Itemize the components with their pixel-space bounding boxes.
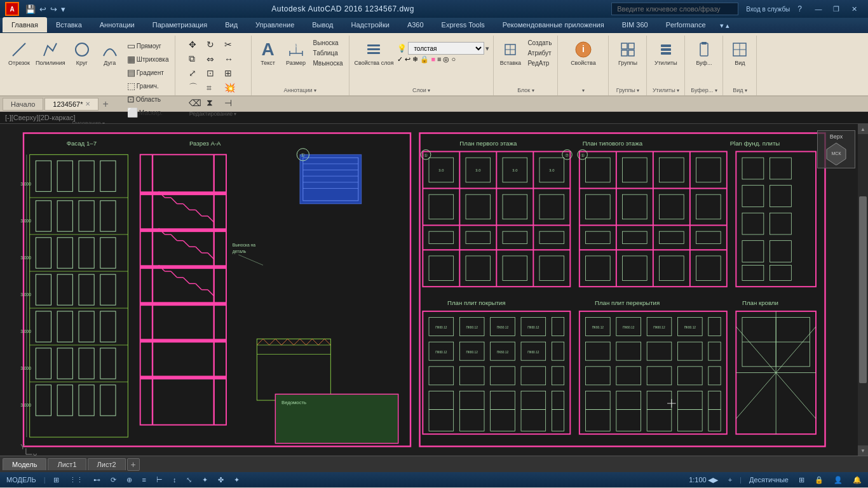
block-group-label[interactable]: Блок [517,86,534,95]
tab-output[interactable]: Вывод [303,17,342,32]
help-button[interactable]: ? [795,3,804,15]
layer-lock-icon[interactable]: 🔒 [420,55,429,64]
lineweight-button[interactable]: ⤡ [182,472,196,487]
mleader-button[interactable]: Мвыноска [311,58,345,68]
otrack-button[interactable]: ≡ [139,472,150,487]
nav-cube[interactable]: Верх МСК [817,130,855,168]
tab-performance[interactable]: Performance [657,17,715,32]
wipeout-button[interactable]: ⬜Маскир. [125,106,171,119]
annotate-group-label[interactable]: Аннотации [283,86,316,95]
layer-freeze-icon[interactable]: ❄ [412,55,418,64]
mirror-button[interactable]: ⇔ [205,52,221,65]
layer-color-icon[interactable]: ■ [431,55,435,64]
trim-button[interactable]: ✂ [222,38,239,51]
utilities-group-label[interactable]: Утилиты [653,86,679,95]
clipboard-group-label[interactable]: Буфер... [691,86,717,95]
groups-button[interactable]: Группы [615,38,641,68]
extend-button[interactable]: ↔ [222,52,239,65]
array-button[interactable]: ⊞ [222,67,239,79]
groups-group-label[interactable]: Группы [616,86,639,95]
tab-model[interactable]: Модель [3,458,46,470]
arc-button[interactable]: Дуга [97,38,123,68]
scroll-down-button[interactable]: ▼ [858,445,868,456]
edit-group-label[interactable]: Редактирование [189,109,237,119]
copy-button[interactable]: ⧉ [187,52,203,65]
region-button[interactable]: ⊡Область [125,93,171,105]
search-input[interactable] [611,3,738,15]
layer-match-icon[interactable]: ≡ [437,55,441,64]
rectangle-button[interactable]: ▭Прямоуг [125,39,171,52]
layer-unisolate-icon[interactable]: ○ [451,55,456,64]
polar-button[interactable]: ⟳ [107,472,120,487]
explode-button[interactable]: 💥 [222,81,239,95]
tab-express[interactable]: Express Tools [433,17,494,32]
tab-sheet1[interactable]: Лист1 [48,458,86,470]
osnap-button[interactable]: ⊕ [123,472,136,487]
scale-next[interactable]: ▶ [713,476,718,484]
grid-button[interactable]: ⊞ [50,472,63,487]
rotate-button[interactable]: ↻ [205,38,221,51]
save-icon[interactable]: 💾 [24,3,37,15]
scale-button[interactable]: 1:100 ◀ ▶ [685,472,722,487]
layer-isolate-icon[interactable]: ◎ [443,55,449,64]
hatch-button[interactable]: ▦Штриховка [125,53,171,65]
view-group-label[interactable]: Вид [733,86,747,95]
make-current-icon[interactable]: ✓ [397,55,403,64]
table-button[interactable]: Таблица [311,48,345,58]
clipboard-button[interactable]: Буф... [691,38,717,68]
leader-button[interactable]: Выноска [311,38,345,48]
workspace-button[interactable]: ⊞ [795,472,808,487]
text-button[interactable]: A Текст [255,38,281,68]
layer-dropdown-icon[interactable]: ▾ [485,44,489,53]
qa-dropdown-icon[interactable]: ▾ [60,3,67,15]
layer-props-button[interactable]: Свойства слоя [353,38,395,68]
tab-bim360[interactable]: BIM 360 [613,17,657,32]
tab-view[interactable]: Вид [216,17,247,32]
define-attr-button[interactable]: Атрибут [526,48,553,58]
selcycle-button[interactable]: ✤ [214,472,227,487]
close-button[interactable]: ✕ [845,0,863,18]
circle-button[interactable]: Круг [69,38,95,68]
move-button[interactable]: ✥ [187,38,203,51]
create-block-button[interactable]: Создать [526,38,553,48]
snap-button[interactable]: ⋮⋮ [65,472,87,487]
user-icon[interactable]: 👤 [830,472,846,487]
break-button[interactable]: ⊣ [222,96,239,109]
login-button[interactable]: Вход в службы [743,4,792,14]
stretch-button[interactable]: ⤢ [187,67,203,79]
add-scale-button[interactable]: + [724,472,736,487]
properties-button[interactable]: i Свойства [569,38,597,68]
layer-prev-icon[interactable]: ↩ [405,55,410,64]
ortho-button[interactable]: ⊷ [90,472,104,487]
tab-annotate[interactable]: Аннотации [91,17,144,32]
tab-insert[interactable]: Вставка [47,17,91,32]
edit-attr-button[interactable]: РедАтр [526,58,553,68]
undo-icon[interactable]: ↩ [38,3,48,15]
annotmon-button[interactable]: ✦ [230,472,243,487]
redo-icon[interactable]: ↪ [49,3,58,15]
props-group-label[interactable] [582,86,585,95]
offset-button[interactable]: ⧗ [205,96,221,109]
view-button[interactable]: Вид [727,38,752,68]
gradient-button[interactable]: ▤Градиент [125,66,171,79]
fillet-button[interactable]: ⌒ [187,81,203,95]
restore-button[interactable]: ❐ [827,0,845,18]
line-button[interactable]: Отрезок [6,38,32,68]
boundary-button[interactable]: ⬚Гранич. [125,79,171,92]
scale-button[interactable]: ⊡ [205,67,221,79]
chamfer-button[interactable]: ⌗ [205,81,221,95]
tab-manage[interactable]: Управление [247,17,303,32]
ribbon-options[interactable]: ▾ ▴ [717,19,732,32]
tab-home[interactable]: Главная [3,17,47,32]
ucs-button[interactable]: ⊢ [153,472,166,487]
units-button[interactable]: Десятичные [745,472,792,487]
dyn-button[interactable]: ↕ [169,472,180,487]
lock-button[interactable]: 🔒 [811,472,827,487]
transparency-button[interactable]: ✦ [198,472,212,487]
layer-dropdown[interactable]: толстая [408,42,484,55]
tab-sheet2[interactable]: Лист2 [88,458,126,470]
scroll-thumb[interactable] [859,196,867,383]
add-sheet-button[interactable]: + [127,458,140,471]
notification-button[interactable]: 🔔 [849,472,865,487]
dimension-button[interactable]: 1 Размер [283,38,309,68]
